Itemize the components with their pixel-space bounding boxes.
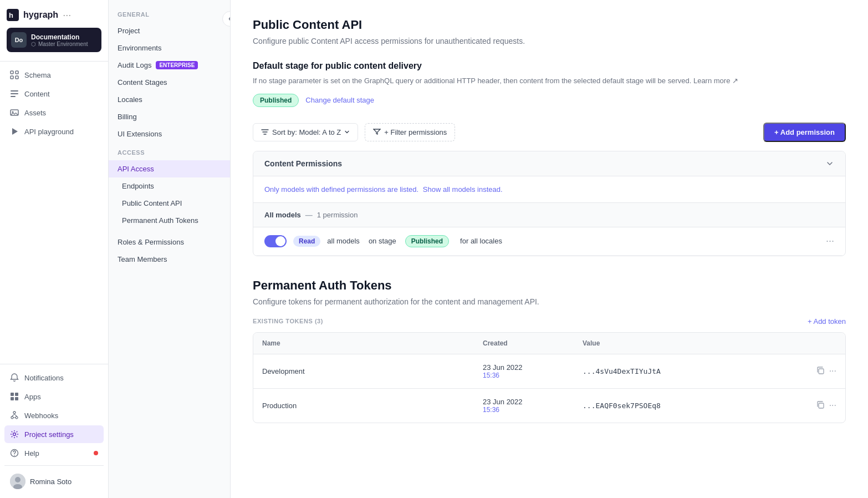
menu-public-content-api-label: Public Content API [122,199,182,207]
help-label: Help [24,449,39,458]
menu-content-stages[interactable]: Content Stages [109,74,230,91]
token-row: Development 23 Jun 2022 15:36 ...4sVu4De… [253,354,845,389]
add-token-button[interactable]: + Add token [808,317,846,326]
permissions-header[interactable]: Content Permissions [253,151,845,176]
schema-icon [10,70,19,79]
sidebar-item-help[interactable]: Help [4,444,104,462]
permissions-info: Only models with defined permissions are… [253,176,845,203]
token-name-development: Development [262,367,483,375]
svg-point-18 [13,411,16,414]
all-models-label: All models [264,211,301,219]
svg-rect-4 [16,76,18,79]
menu-billing[interactable]: Billing [109,108,230,125]
brand-menu-icon[interactable]: ··· [63,9,71,21]
sidebar-bottom: Notifications Apps Webhooks Project sett… [0,364,108,498]
project-avatar: Do [11,32,27,48]
project-settings-label: Project settings [24,430,74,439]
sidebar-assets-label: Assets [24,109,46,117]
token-date-1: 23 Jun 2022 [483,398,583,406]
svg-rect-13 [15,393,18,396]
permissions-body: Only models with defined permissions are… [253,176,845,256]
project-badge[interactable]: Do Documentation ⬡ Master Environment [7,28,101,52]
all-models-row: All models — 1 permission [253,203,845,227]
menu-project[interactable]: Project [109,22,230,39]
menu-ui-extensions[interactable]: UI Extensions [109,125,230,143]
permission-for-locales: for all locales [460,237,502,245]
general-section-label: GENERAL [109,11,230,22]
menu-endpoints[interactable]: Endpoints [109,177,230,195]
menu-endpoints-label: Endpoints [122,182,154,190]
filter-label: + Filter permissions [384,128,447,136]
sidebar-item-content[interactable]: Content [4,85,104,103]
dash: — [305,211,313,219]
collapse-icon [825,159,834,168]
show-all-models-link[interactable]: Show all models instead. [423,185,503,194]
user-area[interactable]: Romina Soto [4,469,104,494]
token-created-production: 23 Jun 2022 15:36 [483,398,583,414]
svg-rect-12 [11,393,14,396]
permissions-title: Content Permissions [264,159,342,168]
sidebar-item-notifications[interactable]: Notifications [4,369,104,387]
menu-content-stages-label: Content Stages [118,78,167,87]
copy-token-button-1[interactable] [816,400,825,411]
add-permission-button[interactable]: + Add permission [763,123,846,142]
menu-environments[interactable]: Environments [109,39,230,57]
sidebar-item-assets[interactable]: Assets [4,104,104,121]
toggle-thumb [275,236,285,246]
project-name: Documentation [31,33,88,41]
svg-marker-11 [12,128,18,135]
svg-point-23 [15,477,21,482]
svg-rect-7 [11,93,18,94]
permission-toggle[interactable] [264,235,287,247]
middle-panel: GENERAL Project Environments Audit Logs … [109,0,231,498]
main-content: Public Content API Configure public Cont… [231,0,868,498]
menu-project-label: Project [118,27,140,35]
menu-team-members-label: Team Members [118,255,167,263]
page-subtitle: Configure public Content API access perm… [253,37,846,45]
tokens-subtitle: Configure tokens for permanent authoriza… [253,297,846,306]
sidebar-item-webhooks[interactable]: Webhooks [4,406,104,424]
project-env: ⬡ Master Environment [31,41,88,47]
sidebar-item-project-settings[interactable]: Project settings [4,425,104,443]
sidebar-item-schema[interactable]: Schema [4,66,104,84]
token-row: Production 23 Jun 2022 15:36 ...EAQF0sek… [253,389,845,423]
permission-more-button[interactable]: ··· [826,235,834,247]
menu-api-access[interactable]: API Access [109,160,230,177]
existing-tokens-label: EXISTING TOKENS (3) [253,318,323,324]
token-time-1: 15:36 [483,406,583,414]
menu-locales[interactable]: Locales [109,91,230,108]
menu-public-content-api[interactable]: Public Content API [109,195,230,212]
sidebar-playground-label: API playground [24,128,74,136]
menu-roles-permissions[interactable]: Roles & Permissions [109,233,230,251]
sidebar-item-apps[interactable]: Apps [4,388,104,405]
read-badge: Read [293,236,320,247]
copy-token-button-0[interactable] [816,366,825,377]
sidebar-item-playground[interactable]: API playground [4,123,104,140]
sort-label: Sort by: Model: A to Z [272,128,341,136]
svg-point-16 [11,416,13,419]
token-more-button-1[interactable]: ··· [829,400,836,410]
menu-locales-label: Locales [118,95,142,104]
filter-button[interactable]: + Filter permissions [365,123,455,141]
token-more-button-0[interactable]: ··· [829,366,836,376]
svg-rect-14 [11,397,14,400]
filter-icon [373,128,381,136]
menu-permanent-auth-tokens[interactable]: Permanent Auth Tokens [109,212,230,229]
logo-area: h hygraph ··· [7,9,101,21]
svg-rect-26 [819,403,824,408]
sidebar-top: h hygraph ··· Do Documentation ⬡ Master … [0,0,108,62]
menu-billing-label: Billing [118,113,137,121]
menu-audit-logs[interactable]: Audit Logs ENTERPRISE [109,57,230,74]
change-default-stage-link[interactable]: Change default stage [305,96,374,104]
learn-more-link[interactable]: Learn more [693,77,730,85]
menu-environments-label: Environments [118,44,161,52]
default-stage-title: Default stage for public content deliver… [253,61,846,71]
menu-team-members[interactable]: Team Members [109,251,230,268]
menu-audit-logs-label: Audit Logs [118,61,151,69]
sidebar-nav: Schema Content Assets API playground [0,62,108,364]
svg-rect-2 [11,71,13,74]
help-icon [10,449,19,458]
token-actions-development: ··· [803,366,836,377]
sort-button[interactable]: Sort by: Model: A to Z [253,123,358,141]
sidebar-content-label: Content [24,90,50,98]
